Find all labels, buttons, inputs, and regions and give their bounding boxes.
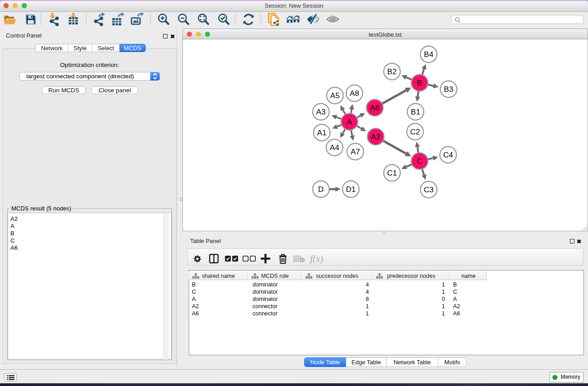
- svg-text:A1: A1: [317, 129, 327, 137]
- svg-text:B: B: [417, 79, 422, 87]
- svg-text:C: C: [417, 157, 422, 166]
- svg-text:B3: B3: [444, 85, 454, 94]
- svg-text:A7: A7: [351, 148, 360, 156]
- svg-text:C1: C1: [387, 169, 397, 177]
- svg-text:B1: B1: [411, 108, 421, 116]
- svg-text:C2: C2: [410, 128, 420, 136]
- svg-text:A6: A6: [370, 104, 380, 112]
- svg-text:B4: B4: [424, 50, 434, 59]
- svg-text:A2: A2: [371, 133, 381, 141]
- svg-text:D: D: [318, 185, 324, 194]
- svg-text:A8: A8: [350, 89, 359, 98]
- svg-text:C3: C3: [424, 186, 434, 194]
- svg-text:A3: A3: [316, 108, 326, 116]
- svg-text:B2: B2: [387, 67, 397, 76]
- svg-text:A: A: [347, 118, 352, 126]
- svg-text:A5: A5: [330, 91, 340, 100]
- svg-text:A4: A4: [330, 143, 339, 152]
- svg-text:D1: D1: [346, 185, 356, 194]
- svg-text:C4: C4: [443, 151, 453, 159]
